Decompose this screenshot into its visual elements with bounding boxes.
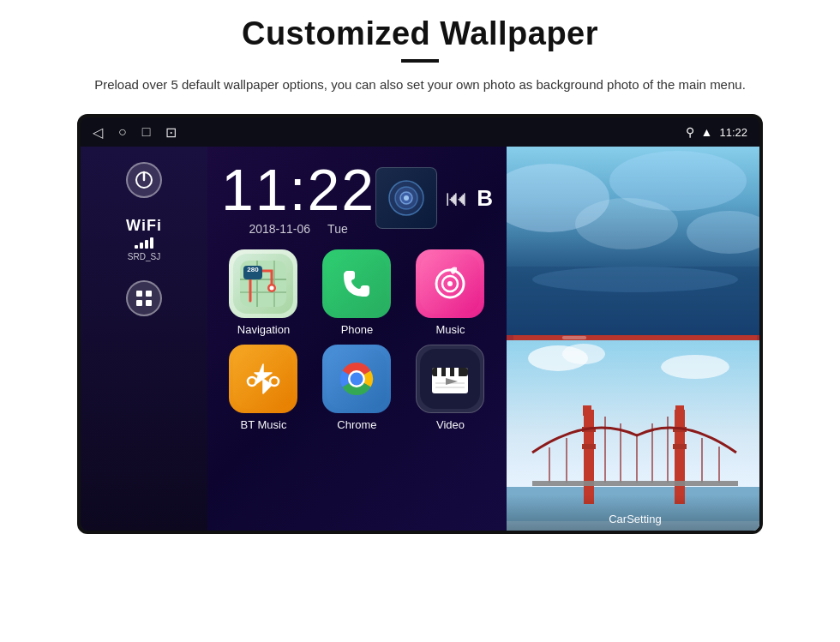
media-section: ⏮ B: [375, 167, 493, 229]
svg-rect-20: [327, 254, 387, 314]
location-icon: ⚲: [686, 125, 694, 139]
navigation-label: Navigation: [237, 323, 290, 336]
power-button[interactable]: [126, 162, 162, 198]
video-label: Video: [436, 418, 465, 431]
wifi-bar-2: [140, 243, 143, 249]
music-icon: [416, 249, 484, 318]
status-bar: ◁ ○ □ ⊡ ⚲ ▲ 11:22: [81, 117, 759, 147]
media-icon-box: [375, 167, 437, 229]
sidebar: WiFi SRD_SJ: [81, 147, 207, 531]
svg-rect-35: [446, 368, 450, 376]
nav-icons: ◁ ○ □ ⊡: [93, 124, 177, 141]
svg-rect-54: [584, 410, 594, 504]
page-title: Customized Wallpaper: [242, 15, 598, 52]
svg-rect-3: [146, 291, 152, 297]
chrome-label: Chrome: [337, 418, 376, 431]
media-b-text: B: [477, 185, 493, 212]
main-content: WiFi SRD_SJ: [81, 147, 759, 531]
svg-point-9: [404, 195, 409, 201]
carsetting-label: CarSetting: [609, 513, 661, 525]
svg-point-24: [447, 281, 453, 286]
app-grid: 280 Navigation: [221, 249, 493, 431]
wifi-label: WiFi: [126, 217, 162, 235]
app-item-btmusic[interactable]: BT Music: [221, 345, 306, 431]
svg-point-46: [532, 267, 738, 292]
wifi-bar-4: [150, 237, 153, 249]
svg-rect-48: [562, 336, 586, 339]
video-icon: [416, 345, 484, 413]
carsetting-area: CarSetting: [507, 495, 759, 531]
clock-date: 2018-11-06 Tue: [249, 222, 347, 236]
home-icon[interactable]: ○: [118, 124, 127, 140]
svg-point-51: [562, 344, 605, 364]
center-area: 11:22 2018-11-06 Tue: [207, 147, 507, 531]
clock-day-value: Tue: [327, 222, 348, 236]
page-subtitle: Preload over 5 default wallpaper options…: [94, 75, 746, 95]
btmusic-label: BT Music: [241, 418, 287, 431]
svg-point-19: [270, 286, 274, 291]
right-panel: CarSetting: [507, 147, 759, 531]
apps-button[interactable]: [126, 280, 162, 316]
svg-rect-34: [437, 368, 441, 376]
chrome-icon: [322, 345, 391, 413]
status-time: 11:22: [719, 126, 747, 139]
music-label: Music: [435, 323, 465, 336]
wifi-widget: WiFi SRD_SJ: [126, 217, 162, 261]
app-item-video[interactable]: Video: [408, 345, 493, 431]
phone-icon: [322, 249, 391, 318]
device-frame: ◁ ○ □ ⊡ ⚲ ▲ 11:22: [77, 114, 763, 534]
svg-rect-5: [146, 300, 152, 306]
app-item-music[interactable]: Music: [408, 249, 493, 336]
wifi-bar-3: [145, 240, 148, 249]
svg-rect-61: [675, 405, 684, 416]
svg-rect-57: [582, 444, 596, 449]
clock-area: 11:22 2018-11-06 Tue: [221, 153, 493, 236]
clock-time: 11:22: [221, 160, 375, 219]
svg-text:280: 280: [248, 266, 260, 273]
svg-rect-2: [136, 291, 142, 297]
clock-section: 11:22 2018-11-06 Tue: [221, 160, 375, 236]
wifi-ssid: SRD_SJ: [128, 252, 160, 261]
phone-label: Phone: [341, 323, 374, 336]
btmusic-icon: [229, 345, 297, 413]
app-item-navigation[interactable]: 280 Navigation: [221, 249, 306, 336]
clock-date-value: 2018-11-06: [249, 222, 310, 236]
svg-rect-59: [673, 444, 687, 449]
screenshot-icon[interactable]: ⊡: [165, 124, 177, 141]
app-item-chrome[interactable]: Chrome: [315, 345, 399, 431]
wifi-bar-1: [135, 245, 138, 249]
recents-icon[interactable]: □: [142, 124, 151, 140]
svg-rect-36: [454, 368, 459, 376]
svg-rect-71: [532, 481, 738, 486]
title-divider: [401, 59, 439, 63]
svg-point-52: [661, 355, 729, 379]
svg-point-30: [351, 373, 363, 386]
wallpaper-bottom: CarSetting: [507, 340, 759, 531]
wifi-bars: [135, 237, 153, 249]
back-icon[interactable]: ◁: [93, 124, 103, 141]
svg-rect-55: [675, 410, 685, 504]
media-prev-icon[interactable]: ⏮: [446, 185, 468, 212]
svg-rect-60: [583, 405, 591, 416]
svg-point-43: [575, 198, 678, 249]
wifi-status-icon: ▲: [701, 125, 713, 139]
wallpaper-top: [507, 147, 759, 335]
status-right: ⚲ ▲ 11:22: [686, 125, 747, 139]
navigation-icon: 280: [229, 249, 297, 318]
svg-rect-4: [136, 300, 142, 306]
app-item-phone[interactable]: Phone: [315, 249, 399, 336]
